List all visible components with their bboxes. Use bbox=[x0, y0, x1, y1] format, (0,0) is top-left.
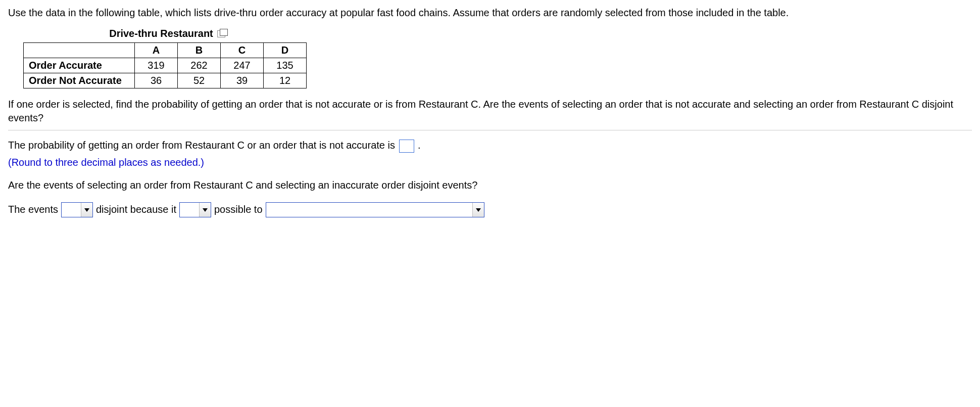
data-table-section: Drive-thru Restaurant A B C D Order Accu… bbox=[23, 27, 972, 88]
dropdown-1[interactable] bbox=[61, 202, 93, 217]
question-text: If one order is selected, find the proba… bbox=[8, 98, 972, 125]
dropdown-value bbox=[266, 203, 472, 217]
cell: 52 bbox=[178, 73, 221, 88]
sentence-part: disjoint because it bbox=[96, 203, 176, 216]
sentence-part: possible to bbox=[214, 203, 263, 216]
dropdown-value bbox=[62, 203, 81, 217]
chevron-down-icon[interactable] bbox=[199, 203, 211, 217]
answer1-post: . bbox=[418, 140, 421, 151]
table-title: Drive-thru Restaurant bbox=[109, 27, 213, 40]
cell: 39 bbox=[221, 73, 264, 88]
table-row: Order Accurate 319 262 247 135 bbox=[24, 58, 307, 73]
answer1-pre: The probability of getting an order from… bbox=[8, 140, 398, 151]
col-header: D bbox=[264, 43, 307, 58]
answer-line-1: The probability of getting an order from… bbox=[8, 139, 972, 153]
svg-marker-2 bbox=[476, 208, 481, 212]
table-title-row: Drive-thru Restaurant bbox=[23, 27, 311, 40]
table-header-row: A B C D bbox=[24, 43, 307, 58]
svg-marker-1 bbox=[203, 208, 208, 212]
col-header: C bbox=[221, 43, 264, 58]
divider bbox=[8, 130, 972, 130]
cell: 12 bbox=[264, 73, 307, 88]
cell: 135 bbox=[264, 58, 307, 73]
fill-sentence: The events disjoint because it possible … bbox=[8, 202, 972, 217]
popup-icon[interactable] bbox=[217, 30, 225, 37]
cell: 262 bbox=[178, 58, 221, 73]
svg-marker-0 bbox=[84, 208, 89, 212]
col-header: B bbox=[178, 43, 221, 58]
dropdown-3[interactable] bbox=[266, 202, 484, 217]
sentence-part: The events bbox=[8, 203, 58, 216]
chevron-down-icon[interactable] bbox=[472, 203, 484, 217]
col-header: A bbox=[135, 43, 178, 58]
cell: 247 bbox=[221, 58, 264, 73]
data-table: A B C D Order Accurate 319 262 247 135 O… bbox=[23, 42, 307, 88]
rounding-hint: (Round to three decimal places as needed… bbox=[8, 156, 972, 169]
row-label: Order Not Accurate bbox=[24, 73, 135, 88]
probability-input[interactable] bbox=[399, 140, 414, 153]
question-2: Are the events of selecting an order fro… bbox=[8, 178, 972, 192]
chevron-down-icon[interactable] bbox=[81, 203, 92, 217]
cell: 36 bbox=[135, 73, 178, 88]
intro-text: Use the data in the following table, whi… bbox=[8, 6, 972, 20]
dropdown-value bbox=[180, 203, 199, 217]
cell: 319 bbox=[135, 58, 178, 73]
table-row: Order Not Accurate 36 52 39 12 bbox=[24, 73, 307, 88]
dropdown-2[interactable] bbox=[179, 202, 211, 217]
row-label: Order Accurate bbox=[24, 58, 135, 73]
